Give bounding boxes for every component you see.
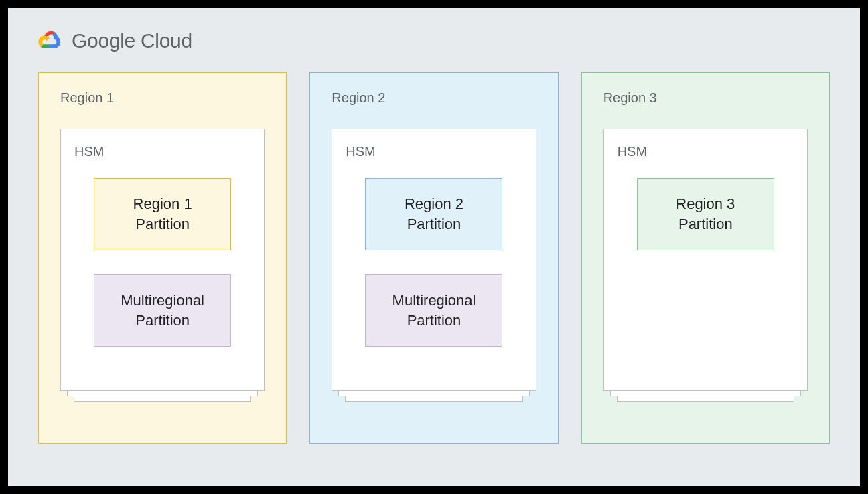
region-partition: Region 2 Partition (365, 178, 502, 250)
stack-shadow-icon (617, 396, 794, 402)
regions-row: Region 1 HSM Region 1 Partition Multireg… (38, 72, 830, 444)
stack-shadow-icon (74, 396, 251, 402)
region-card-1: Region 1 HSM Region 1 Partition Multireg… (38, 72, 287, 444)
region-partition: Region 1 Partition (94, 178, 231, 250)
hsm-stack: HSM Region 3 Partition (603, 129, 808, 391)
partition-line2: Partition (407, 214, 461, 234)
partition-line1: Multiregional (121, 291, 204, 311)
partition-line2: Partition (407, 311, 461, 331)
google-cloud-logo-icon (38, 28, 64, 54)
hsm-label: HSM (346, 144, 522, 159)
hsm-box: HSM Region 3 Partition (603, 129, 808, 391)
multiregional-partition: Multiregional Partition (94, 274, 231, 347)
hsm-label: HSM (618, 144, 794, 159)
stack-shadow-icon (67, 391, 258, 396)
partition-list: Region 3 Partition (618, 178, 794, 250)
brand-header: Google Cloud (38, 28, 830, 54)
partition-line1: Region 2 (405, 194, 463, 214)
hsm-box: HSM Region 1 Partition Multiregional Par… (60, 129, 265, 391)
hsm-label: HSM (74, 144, 250, 159)
multiregional-partition: Multiregional Partition (365, 274, 502, 347)
brand-title: Google Cloud (72, 29, 192, 52)
hsm-stack: HSM Region 2 Partition Multiregional Par… (332, 129, 536, 391)
brand-name-bold: Google (72, 29, 135, 52)
stack-shadow-icon (338, 391, 529, 396)
hsm-box: HSM Region 2 Partition Multiregional Par… (332, 129, 536, 391)
region-label: Region 2 (332, 90, 536, 106)
stack-shadow-icon (345, 396, 522, 402)
diagram-canvas: Google Cloud Region 1 HSM Region 1 Parti… (8, 8, 860, 486)
brand-name-light: Cloud (135, 29, 192, 52)
partition-line2: Partition (678, 214, 733, 234)
region-card-2: Region 2 HSM Region 2 Partition Multireg… (309, 72, 558, 444)
partition-line1: Region 1 (133, 194, 192, 214)
region-label: Region 3 (603, 90, 808, 106)
partition-list: Region 1 Partition Multiregional Partiti… (74, 178, 250, 347)
partition-line2: Partition (135, 311, 190, 331)
region-card-3: Region 3 HSM Region 3 Partition (581, 72, 830, 444)
partition-list: Region 2 Partition Multiregional Partiti… (346, 178, 522, 347)
stack-shadow-icon (610, 391, 801, 396)
partition-line1: Multiregional (392, 291, 476, 311)
partition-line1: Region 3 (676, 194, 735, 214)
hsm-stack: HSM Region 1 Partition Multiregional Par… (60, 129, 265, 391)
partition-line2: Partition (135, 214, 190, 234)
region-label: Region 1 (60, 90, 265, 106)
region-partition: Region 3 Partition (637, 178, 774, 250)
